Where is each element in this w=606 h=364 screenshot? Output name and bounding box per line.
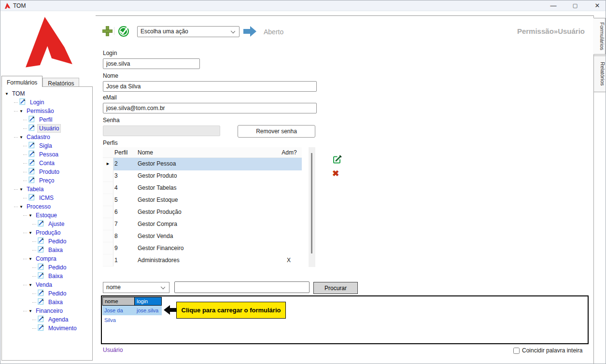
tree-expander-icon[interactable]: ▼ <box>19 109 25 113</box>
result-col-nome[interactable]: nome <box>102 297 135 306</box>
tree-expander-icon[interactable]: ▼ <box>19 205 25 209</box>
tree-expander-icon[interactable]: ▼ <box>19 187 25 192</box>
result-cell-login[interactable]: jose.silva <box>135 306 162 315</box>
edit-icon[interactable] <box>333 155 342 166</box>
tree-item[interactable]: ▼ Financeiro <box>2 307 92 315</box>
tree-item[interactable]: Agenda <box>2 315 92 324</box>
search-field-select[interactable]: nome <box>103 282 169 293</box>
tree-item-label[interactable]: Produto <box>38 168 61 176</box>
tree-expander-icon[interactable]: ▼ <box>28 283 34 287</box>
search-input[interactable] <box>174 281 310 293</box>
cell-perfil[interactable]: 1 <box>113 254 137 266</box>
cell-perfil[interactable]: 7 <box>113 218 137 230</box>
tree-item-label[interactable]: Baixa <box>47 246 64 254</box>
close-button[interactable]: ✕ <box>588 0 606 11</box>
tree-item-label[interactable]: Ajuste <box>47 220 66 228</box>
perfis-scrollbar-thumb[interactable] <box>311 153 312 253</box>
tree-item[interactable]: Usuário <box>2 124 92 133</box>
row-selector-cell[interactable] <box>103 170 113 182</box>
maximize-button[interactable]: ▢ <box>565 0 585 11</box>
tree-item-label[interactable]: Preço <box>38 177 56 184</box>
email-field[interactable] <box>103 103 317 113</box>
tree-expander-icon[interactable]: ▼ <box>5 92 11 96</box>
cell-nome[interactable]: Gestor Compra <box>137 218 276 230</box>
row-selector-cell[interactable] <box>103 206 113 218</box>
row-selector-cell[interactable] <box>103 254 113 266</box>
tree-item[interactable]: Pedido <box>2 289 92 298</box>
cell-adm[interactable] <box>276 218 302 230</box>
tree-item[interactable]: ▼ Venda <box>2 280 92 289</box>
right-tab-formularios[interactable]: Formulários <box>593 18 606 55</box>
whole-word-option[interactable]: Coincidir palavra inteira <box>513 347 582 354</box>
cell-perfil[interactable]: 3 <box>113 170 137 182</box>
tree-item[interactable]: Perfil <box>2 115 92 124</box>
tree-item[interactable]: ▼ Tabela <box>2 185 92 194</box>
remover-senha-button[interactable]: Remover senha <box>238 125 315 138</box>
cell-nome[interactable]: Administradores <box>137 254 276 266</box>
row-selector-cell[interactable] <box>103 182 113 194</box>
tree-item-label[interactable]: Pedido <box>47 290 68 297</box>
delete-icon[interactable]: ✖ <box>332 169 339 178</box>
perfil-row[interactable]: 6 Gestor Produção <box>103 206 302 218</box>
cell-perfil[interactable]: 9 <box>113 242 137 254</box>
tree-item-label[interactable]: Cadastro <box>25 133 52 141</box>
tree-item-label[interactable]: Sigla <box>38 142 54 150</box>
tree-item[interactable]: ▼ Produção <box>2 228 92 237</box>
cell-perfil[interactable]: 2 <box>113 158 137 170</box>
tree-item[interactable]: Login <box>2 98 92 107</box>
cell-nome[interactable]: Gestor Estoque <box>137 194 276 206</box>
cell-adm[interactable] <box>276 230 302 242</box>
tree-item-label[interactable]: Financeiro <box>34 307 64 315</box>
tree-item-label[interactable]: Pedido <box>47 238 68 245</box>
tree-expander-icon[interactable]: ▼ <box>19 135 25 140</box>
cell-adm[interactable] <box>276 194 302 206</box>
right-tab-relatorios[interactable]: Relatórios <box>594 56 606 92</box>
tree-expander-icon[interactable]: ▼ <box>28 213 34 218</box>
tree-expander-icon[interactable]: ▼ <box>28 231 34 235</box>
col-adm[interactable]: Adm? <box>276 149 302 156</box>
row-selector-cell[interactable]: ► <box>103 158 113 170</box>
cell-nome[interactable]: Gestor Financeiro <box>137 242 276 254</box>
perfil-row[interactable]: 3 Gestor Produto <box>103 170 302 182</box>
perfil-row[interactable]: 9 Gestor Financeiro <box>103 242 302 254</box>
tree-item[interactable]: ▼ Processo <box>2 202 92 211</box>
tree-item[interactable]: ICMS <box>2 194 92 202</box>
tree-item[interactable]: ▼ Estoque <box>2 211 92 220</box>
cell-nome[interactable]: Gestor Pessoa <box>137 158 276 170</box>
sidebar-tab-relatórios[interactable]: Relatórios <box>42 78 79 87</box>
col-perfil[interactable]: Perfil <box>113 149 137 156</box>
tree-item[interactable]: Sigla <box>2 141 92 150</box>
confirm-icon[interactable] <box>117 25 130 40</box>
tree-item[interactable]: Baixa <box>2 272 92 280</box>
tree-expander-icon[interactable]: ▼ <box>28 257 34 261</box>
tree-item-label[interactable]: Usuário <box>38 125 60 132</box>
perfis-scrollbar[interactable] <box>309 147 315 267</box>
cell-nome[interactable]: Gestor Tabelas <box>137 182 276 194</box>
tree-item-label[interactable]: Compra <box>34 255 58 263</box>
tree-item[interactable]: Baixa <box>2 298 92 307</box>
cell-nome[interactable]: Gestor Produto <box>137 170 276 182</box>
tree-item-label[interactable]: Pessoa <box>38 151 60 158</box>
tree-item-label[interactable]: Movimento <box>47 324 78 332</box>
cell-perfil[interactable]: 6 <box>113 206 137 218</box>
result-cell-nome[interactable]: Jose da Silva <box>102 306 135 315</box>
tree-item[interactable]: ▼ Permissão <box>2 107 92 115</box>
tree-item[interactable]: Ajuste <box>2 220 92 228</box>
usuario-link[interactable]: Usuário <box>103 347 123 353</box>
cell-perfil[interactable]: 5 <box>113 194 137 206</box>
tree-item[interactable]: ▼ Compra <box>2 254 92 263</box>
perfil-row[interactable]: 5 Gestor Estoque <box>103 194 302 206</box>
tree-item-label[interactable]: Conta <box>38 159 56 167</box>
result-row[interactable]: Jose da Silvajose.silva <box>102 306 162 315</box>
row-selector-cell[interactable] <box>103 218 113 230</box>
cell-adm[interactable] <box>276 182 302 194</box>
procurar-button[interactable]: Procurar <box>313 282 358 294</box>
cell-perfil[interactable]: 4 <box>113 182 137 194</box>
tree-item[interactable]: Preço <box>2 176 92 185</box>
perfil-row[interactable]: ► 2 Gestor Pessoa <box>103 158 302 170</box>
perfil-row[interactable]: 8 Gestor Venda <box>103 230 302 242</box>
cell-adm[interactable] <box>276 242 302 254</box>
tree-item-label[interactable]: Pedido <box>47 264 68 271</box>
tree-item-label[interactable]: Baixa <box>47 272 64 280</box>
whole-word-checkbox[interactable] <box>513 348 520 354</box>
